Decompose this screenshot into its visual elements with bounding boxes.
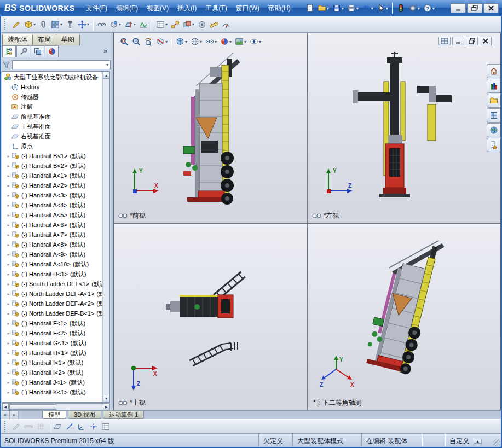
expand-icon[interactable]: ▸ bbox=[5, 351, 11, 356]
dropdown-caret-icon[interactable]: ▾ bbox=[119, 22, 121, 27]
open-button[interactable]: ▾ bbox=[316, 3, 330, 14]
help-button[interactable]: ?▾ bbox=[422, 3, 436, 14]
select-button[interactable]: ▾ bbox=[376, 3, 389, 14]
scrollbar-thumb[interactable] bbox=[9, 404, 56, 410]
scroll-down-icon[interactable]: ▼ bbox=[103, 395, 109, 402]
edit-appearance-button[interactable]: ▾ bbox=[219, 36, 233, 47]
tree-item-history[interactable]: History bbox=[2, 82, 102, 92]
hide-show-items-button[interactable]: ▾ bbox=[204, 36, 218, 47]
dropdown-caret-icon[interactable]: ▾ bbox=[87, 22, 89, 27]
dropdown-caret-icon[interactable]: ▾ bbox=[418, 6, 420, 11]
scroll-up-icon[interactable]: ▲ bbox=[103, 72, 109, 79]
design-library-tab[interactable] bbox=[487, 79, 500, 93]
reference-axis-button[interactable] bbox=[64, 421, 75, 433]
grid-settings-button[interactable] bbox=[35, 421, 46, 433]
assembly-features-button[interactable]: ▾ bbox=[108, 19, 122, 31]
hole-alignment-button[interactable] bbox=[197, 19, 207, 31]
dropdown-caret-icon[interactable]: ▾ bbox=[432, 6, 435, 11]
toolbar-grip[interactable] bbox=[4, 421, 7, 432]
tree-component-19[interactable]: ▸(-) Handrail G<1>(默认) bbox=[2, 338, 102, 348]
expand-icon[interactable]: ▸ bbox=[5, 154, 11, 159]
bill-of-materials-button[interactable]: ▾ bbox=[155, 19, 169, 31]
dropdown-caret-icon[interactable]: ▾ bbox=[200, 39, 202, 44]
status-caret-icon[interactable]: ▲ bbox=[474, 439, 482, 444]
tree-item-annotations[interactable]: A注解 bbox=[2, 102, 102, 112]
tree-component-21[interactable]: ▸(-) Handrail I<1>(默认) bbox=[2, 358, 102, 368]
viewport-top[interactable]: X Z *上视 bbox=[114, 224, 307, 410]
display-style-button[interactable]: ▾ bbox=[189, 36, 203, 47]
tree-vertical-scrollbar[interactable]: ▲ ▼ bbox=[102, 72, 109, 402]
tree-component-11[interactable]: ▸(-) Handrail A<10>(默认) bbox=[2, 259, 102, 269]
close-view-button[interactable] bbox=[480, 37, 492, 45]
appearances-scenes-tab[interactable] bbox=[487, 123, 500, 137]
insert-component-button[interactable]: ▾ bbox=[23, 19, 37, 31]
resize-grip[interactable] bbox=[493, 439, 500, 446]
tree-component-24[interactable]: ▸(-) Handrail K<1>(默认) bbox=[2, 387, 102, 397]
tree-component-16[interactable]: ▸(-) North Ladder DEF-B<1>(默认) bbox=[2, 309, 102, 318]
document-tab-3d-views[interactable]: 3D 视图 bbox=[68, 411, 101, 419]
expand-icon[interactable]: ▸ bbox=[5, 282, 11, 287]
tree-component-3[interactable]: ▸(-) Handrail A<2>(默认) bbox=[2, 181, 102, 190]
dropdown-caret-icon[interactable]: ▾ bbox=[229, 39, 232, 44]
tree-root-item[interactable]: 大型工业系统之鄂式破碎机设备 bbox=[2, 72, 102, 82]
tree-item-origin[interactable]: 原点 bbox=[2, 141, 102, 151]
expand-icon[interactable]: ▸ bbox=[5, 232, 11, 237]
expand-icon[interactable]: ▸ bbox=[5, 193, 11, 198]
dropdown-caret-icon[interactable]: ▾ bbox=[327, 6, 329, 11]
expand-icon[interactable]: ▸ bbox=[5, 164, 11, 168]
interference-detection-button[interactable]: ▾ bbox=[182, 19, 195, 31]
tree-component-1[interactable]: ▸(-) Handrail B<2>(默认) bbox=[2, 161, 102, 171]
coordinate-system-button[interactable] bbox=[76, 421, 87, 433]
panel-tab-layout[interactable]: 布局 bbox=[33, 34, 56, 45]
reference-plane-button[interactable] bbox=[52, 421, 63, 433]
dropdown-caret-icon[interactable]: ▾ bbox=[386, 6, 388, 11]
menu-help[interactable]: 帮助(H) bbox=[264, 2, 295, 15]
filter-input[interactable]: ▾ bbox=[12, 60, 111, 69]
apply-scene-button[interactable]: ▾ bbox=[234, 36, 247, 47]
panel-splitter[interactable] bbox=[111, 33, 113, 410]
print-button[interactable]: ▾ bbox=[346, 3, 360, 14]
document-tab-model[interactable]: 模型 bbox=[42, 411, 66, 419]
view-orientation-button[interactable]: ▾ bbox=[175, 36, 188, 47]
tree-component-18[interactable]: ▸(-) Handrail F<2>(默认) bbox=[2, 328, 102, 338]
previous-view-button[interactable] bbox=[143, 36, 154, 47]
tree-component-17[interactable]: ▸(-) Handrail F<1>(默认) bbox=[2, 318, 102, 328]
save-button[interactable]: ▾ bbox=[331, 3, 345, 14]
viewport-left[interactable]: Y Z *左视 bbox=[308, 33, 500, 223]
expand-panel-button[interactable]: » bbox=[103, 47, 107, 55]
expand-icon[interactable]: ▸ bbox=[5, 262, 11, 267]
panel-tab-assembly[interactable]: 装配体 bbox=[2, 34, 33, 45]
tree-component-13[interactable]: ▸(-) South Ladder DEF<1>(默认) bbox=[2, 279, 102, 289]
performance-evaluation-button[interactable] bbox=[221, 19, 232, 31]
expand-icon[interactable]: ▸ bbox=[5, 223, 11, 228]
expand-icon[interactable]: ▸ bbox=[5, 203, 11, 208]
scroll-left-icon[interactable]: ◀ bbox=[2, 403, 9, 410]
tree-item-right-plane[interactable]: 右视基准面 bbox=[2, 131, 102, 141]
dropdown-caret-icon[interactable]: ▾ bbox=[215, 39, 217, 44]
expand-icon[interactable]: ▸ bbox=[5, 341, 11, 346]
options-button[interactable]: ▾ bbox=[407, 3, 421, 14]
minimize-window-button[interactable] bbox=[451, 3, 466, 13]
dropdown-caret-icon[interactable]: ▾ bbox=[356, 6, 359, 11]
filter-icon[interactable] bbox=[2, 61, 10, 69]
dropdown-caret-icon[interactable]: ▾ bbox=[342, 6, 344, 11]
tree-component-2[interactable]: ▸(-) Handrail A<1>(默认) bbox=[2, 171, 102, 181]
tree-component-22[interactable]: ▸(-) Handrail I<2>(默认) bbox=[2, 368, 102, 377]
expand-icon[interactable]: ▸ bbox=[5, 183, 11, 188]
custom-properties-tab[interactable] bbox=[487, 138, 500, 152]
reference-geometry-button[interactable]: ▾ bbox=[123, 19, 137, 31]
restore-view-button[interactable] bbox=[466, 37, 478, 45]
tree-horizontal-scrollbar[interactable]: ◀ ▶ bbox=[2, 403, 110, 410]
view-settings-button[interactable]: ▾ bbox=[249, 36, 262, 47]
expand-icon[interactable]: ▸ bbox=[5, 311, 11, 316]
file-explorer-tab[interactable] bbox=[487, 94, 500, 108]
reference-point-button[interactable] bbox=[88, 421, 99, 433]
expand-icon[interactable]: ▸ bbox=[5, 390, 11, 395]
new-document-button[interactable] bbox=[304, 3, 315, 14]
move-component-button[interactable]: ▾ bbox=[77, 19, 90, 31]
expand-icon[interactable]: ▸ bbox=[5, 360, 11, 365]
mate-button[interactable] bbox=[38, 19, 49, 31]
dropdown-caret-icon[interactable]: ▾ bbox=[134, 22, 136, 27]
tree-item-sensors[interactable]: 传感器 bbox=[2, 92, 102, 102]
dropdown-caret-icon[interactable]: ▾ bbox=[371, 6, 373, 11]
